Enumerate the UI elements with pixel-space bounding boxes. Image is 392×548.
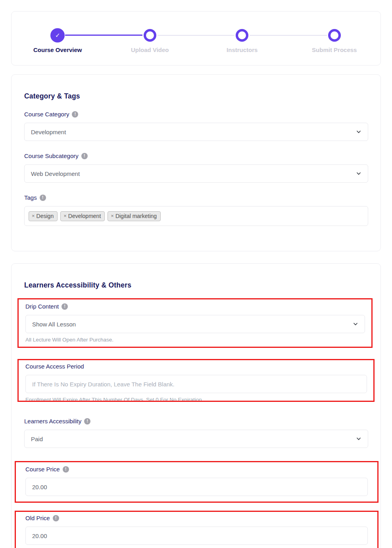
chevron-down-icon [356,129,361,135]
course-access-period-label: Course Access Period [25,363,84,370]
check-icon: ✓ [55,32,60,39]
step-label: Course Overview [33,46,82,53]
drip-content-label: Drip Content [25,303,59,310]
step-label: Submit Process [312,46,357,53]
section-title-category-tags: Category & Tags [24,92,368,100]
old-price-label: Old Price [25,515,50,521]
course-subcategory-select[interactable]: Web Development [24,164,368,183]
course-subcategory-label: Course Subcategory [24,152,79,159]
chevron-down-icon [353,321,358,327]
learners-accessibility-card: Learners Accessibility & Others Drip Con… [11,263,381,548]
info-icon[interactable]: ! [84,418,90,425]
learners-accessibility-label: Learners Accessibility [24,418,81,425]
stepper-connector [158,35,196,36]
step-course-overview: ✓ Course Overview [12,28,104,53]
old-price-input[interactable] [25,527,368,545]
stepper-connector [196,35,234,36]
tag-chip[interactable]: × Design [29,211,58,221]
step-instructors: Instructors [196,28,288,53]
drip-content-helper: All Lecture Will Open After Purchase. [25,337,365,343]
learners-accessibility-value: Paid [31,436,43,442]
drip-content-value: Show All Lesson [32,321,76,328]
stepper-connector [104,35,142,36]
info-icon[interactable]: ! [61,303,68,310]
course-subcategory-value: Web Development [31,170,80,177]
highlight-box-drip-content: Drip Content ! Show All Lesson All Lectu… [17,298,373,348]
step-upload-video: Upload Video [104,28,196,53]
drip-content-select[interactable]: Show All Lesson [25,315,365,333]
step-circle[interactable] [236,29,248,42]
course-price-input[interactable] [25,478,368,496]
section-title-learners-accessibility: Learners Accessibility & Others [24,281,368,289]
highlight-box-course-price: Course Price ! [15,461,379,503]
stepper-card: ✓ Course Overview Upload Video I [11,11,381,66]
learners-accessibility-select[interactable]: Paid [24,430,368,448]
course-category-select[interactable]: Development [24,123,368,141]
remove-tag-icon[interactable]: × [63,213,67,219]
tag-chip[interactable]: × Digital marketing [108,211,161,221]
chevron-down-icon [356,436,361,442]
remove-tag-icon[interactable]: × [32,213,35,219]
tag-chip-label: Digital marketing [115,213,157,219]
info-icon[interactable]: ! [63,466,69,473]
tag-chip-label: Development [68,213,101,219]
step-submit-process: Submit Process [288,28,381,53]
course-price-label: Course Price [25,466,60,473]
course-category-label: Course Category [24,111,69,118]
info-icon[interactable]: ! [53,515,59,521]
course-form-page: ✓ Course Overview Upload Video I [0,0,392,548]
info-icon[interactable]: ! [81,153,88,159]
stepper-connector [250,35,288,36]
step-circle[interactable] [328,29,341,42]
tags-input[interactable]: × Design × Development × Digital marketi… [24,206,368,226]
tag-chip[interactable]: × Development [60,211,105,221]
course-stepper: ✓ Course Overview Upload Video I [12,12,380,53]
highlight-box-old-price: Old Price ! [15,511,379,548]
step-label: Upload Video [131,46,169,53]
highlight-box-course-access-period: Course Access Period Enrollment Will Exp… [17,359,375,402]
info-icon[interactable]: ! [40,195,46,201]
course-access-period-helper: Enrollment Will Expire After This Number… [25,397,367,402]
stepper-connector [288,35,327,36]
step-label: Instructors [227,46,257,53]
course-category-value: Development [31,129,66,135]
chevron-down-icon [356,171,361,176]
stepper-connector [65,35,104,36]
step-circle[interactable] [144,29,156,42]
remove-tag-icon[interactable]: × [111,213,114,219]
info-icon[interactable]: ! [72,111,78,118]
tags-label: Tags [24,194,37,201]
step-check-circle[interactable]: ✓ [50,28,65,42]
course-access-period-input[interactable] [25,375,367,393]
tag-chip-label: Design [37,213,54,219]
category-tags-card: Category & Tags Course Category ! Develo… [11,74,381,251]
